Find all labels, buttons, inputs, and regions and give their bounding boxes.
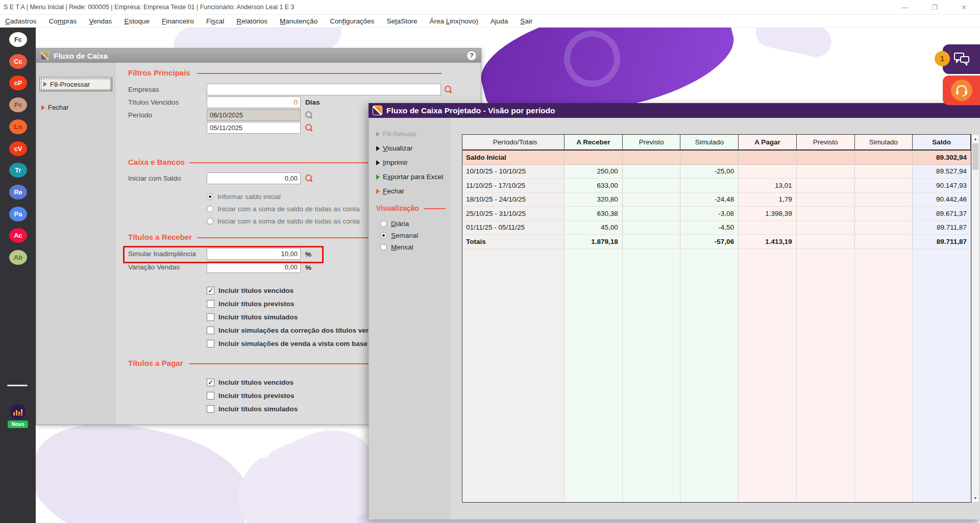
checkbox-incluir-titulos-vencidos[interactable]: Incluir títulos vencidos [207, 376, 298, 389]
variacao-vendas-input[interactable]: 0,00 [207, 261, 301, 273]
table-row-11-10-25-17-10-25[interactable]: 11/10/25 - 17/10/25633,0013,0190.147,93 [462, 179, 971, 193]
menu-item-sair[interactable]: Sair [520, 17, 532, 25]
menu-item-financeiro[interactable]: Financeiro [162, 17, 194, 25]
sidebar-icon-re[interactable]: Re [9, 185, 27, 200]
column-header-simulado[interactable]: Simulado [855, 135, 913, 150]
sidebar-icon-ab[interactable]: Ab [9, 250, 27, 265]
sidebar-icon-ln[interactable]: Ln [9, 119, 27, 134]
titulos-vencidos-input[interactable]: 0 [207, 96, 301, 108]
radio-iniciar-com-a-soma-de-saldo-de-todas-as-conta[interactable]: Iniciar com a soma de saldo de todas as … [207, 215, 359, 227]
iniciar-saldo-search-icon[interactable] [305, 175, 312, 181]
chat-widget[interactable]: 1 [943, 44, 980, 74]
menu-item-cadastros[interactable]: Cadastros [5, 17, 37, 25]
menu-item-relatorios[interactable]: Relatórios [236, 17, 267, 25]
checkbox-icon[interactable] [207, 287, 214, 294]
table-row-saldo-inicial[interactable]: Saldo Inicial89.302,94 [462, 151, 971, 165]
vertical-scrollbar[interactable]: ▲ ▼ [971, 134, 979, 503]
novo-chart-icon[interactable] [10, 404, 26, 419]
restore-icon[interactable]: ❐ [927, 2, 942, 13]
checkbox-incluir-titulos-simulados[interactable]: Incluir títulos simulados [207, 310, 370, 323]
menu-item-configuracoes[interactable]: Configurações [330, 17, 374, 25]
simular-inadimplencia-input[interactable]: 10,00 [207, 248, 301, 260]
menu-item-fiscal[interactable]: Fiscal [206, 17, 224, 25]
scroll-up-icon[interactable]: ▲ [972, 135, 979, 143]
checkbox-incluir-simulacoes-da-correcao-dos-titulos-ven[interactable]: Incluir simulações da correção dos títul… [207, 323, 370, 337]
help-button[interactable]: ? [467, 51, 477, 61]
radio-icon[interactable] [207, 206, 213, 212]
menu-item-ajuda[interactable]: Ajuda [491, 17, 508, 25]
sidebar-icon-ac[interactable]: Ac [9, 228, 27, 243]
menu-item-manutencao[interactable]: Manutenção [280, 17, 317, 25]
column-header-saldo[interactable]: Saldo [913, 135, 971, 150]
radio-icon[interactable] [207, 193, 213, 200]
empresas-input[interactable] [207, 84, 441, 95]
periodo-end-search-icon[interactable] [305, 124, 312, 131]
radio-icon[interactable] [380, 232, 387, 239]
iniciar-saldo-input[interactable]: 0,00 [207, 172, 301, 184]
radio-iniciar-com-a-soma-de-saldo-de-todas-as-conta[interactable]: Iniciar com a soma de saldo de todas as … [207, 203, 359, 215]
menu-item-compras[interactable]: Compras [49, 17, 77, 25]
table-row-01-11-25-05-11-25[interactable]: 01/11/25 - 05/11/2545,00-4,5089.711,87 [462, 221, 971, 235]
checkbox-icon[interactable] [207, 327, 214, 334]
chat-bubbles-icon [953, 52, 970, 66]
column-header-periodo-totais[interactable]: Período/Totais [462, 135, 565, 150]
menu-item-area-linx-novo[interactable]: Área Linx(novo) [429, 17, 478, 25]
menu-item-setastore[interactable]: SetaStore [386, 17, 417, 25]
radio-informar-saldo-inicial[interactable]: Informar saldo inicial [207, 190, 359, 203]
checkbox-incluir-titulos-vencidos[interactable]: Incluir títulos vencidos [207, 284, 370, 297]
sidebar-icon-pa[interactable]: Pa [9, 207, 27, 221]
checkbox-icon[interactable] [207, 300, 214, 308]
menu-visualizar[interactable]: Visualizar [376, 144, 413, 152]
periodo-end-input[interactable]: 05/11/2025 [207, 122, 301, 134]
menu-fechar[interactable]: Fechar [376, 187, 404, 195]
column-header-previsto[interactable]: Previsto [623, 135, 681, 150]
minimize-icon[interactable]: — [897, 2, 913, 13]
periodo-start-search-icon[interactable] [305, 111, 312, 118]
menu-item-vendas[interactable]: Vendas [89, 17, 112, 25]
column-header-simulado[interactable]: Simulado [680, 135, 739, 150]
radio-icon[interactable] [380, 244, 387, 251]
checkbox-icon[interactable] [207, 340, 214, 347]
sidebar-icon-pc[interactable]: Pc [9, 97, 27, 112]
radio-diaria[interactable]: Diária [380, 218, 418, 230]
table-row-10-10-25-10-10-25[interactable]: 10/10/25 - 10/10/25250,00-25,0089.527,94 [462, 165, 971, 179]
table-row-25-10-25-31-10-25[interactable]: 25/10/25 - 31/10/25630,38-3,081.398,3989… [462, 207, 971, 221]
checkbox-incluir-titulos-previstos[interactable]: Incluir títulos previstos [207, 297, 370, 310]
cell-saldo-inicial-previsto [623, 151, 681, 165]
periodo-start-input[interactable]: 06/10/2025 [207, 109, 301, 121]
sidebar-icon-cc[interactable]: Cc [9, 54, 27, 69]
fechar-button[interactable]: Fechar [41, 104, 68, 111]
checkbox-incluir-titulos-previstos[interactable]: Incluir títulos previstos [207, 389, 298, 402]
column-header-previsto[interactable]: Previsto [797, 135, 855, 150]
checkbox-icon[interactable] [207, 392, 214, 400]
cashflow-table[interactable]: Período/TotaisA ReceberPrevistoSimuladoA… [462, 134, 971, 503]
column-header-a-receber[interactable]: A Receber [565, 135, 623, 150]
sidebar-icon-tr[interactable]: Tr [9, 163, 27, 178]
column-header-a-pagar[interactable]: A Pagar [739, 135, 797, 150]
radio-mensal[interactable]: Mensal [380, 241, 418, 253]
scroll-thumb[interactable] [972, 143, 978, 170]
sidebar-icon-fc[interactable]: Fc [9, 32, 27, 47]
window2-titlebar[interactable]: Fluxo de Caixa Projetado - Visão por per… [369, 103, 980, 118]
checkbox-icon[interactable] [207, 405, 214, 413]
radio-semanal[interactable]: Semanal [380, 230, 418, 241]
sidebar-icon-cv[interactable]: cV [9, 141, 27, 156]
window1-titlebar[interactable]: Fluxo de Caixa ? [36, 48, 481, 63]
scroll-down-icon[interactable]: ▼ [972, 494, 979, 502]
empresas-search-icon[interactable] [445, 86, 451, 92]
table-row-totais[interactable]: Totais1.879,18-57,061.413,1989.711,87 [462, 235, 971, 249]
checkbox-incluir-simulacoes-de-venda-a-vista-com-base[interactable]: Incluir simulações de venda a vista com … [207, 337, 370, 350]
support-widget[interactable] [943, 76, 980, 105]
table-row-18-10-25-24-10-25[interactable]: 18/10/25 - 24/10/25320,80-24,481,7990.44… [462, 193, 971, 207]
processar-button[interactable]: F8-Processar [39, 77, 112, 91]
sidebar-icon-cp[interactable]: cP [9, 76, 27, 90]
checkbox-icon[interactable] [207, 379, 214, 386]
checkbox-icon[interactable] [207, 313, 214, 321]
menu-item-estoque[interactable]: Estoque [124, 17, 150, 25]
menu-exportar-para-excel[interactable]: Exportar para Excel [376, 173, 444, 181]
radio-icon[interactable] [380, 220, 387, 227]
menu-imprimir[interactable]: Imprimir [376, 159, 408, 166]
close-icon[interactable]: ✕ [957, 2, 972, 13]
checkbox-incluir-titulos-simulados[interactable]: Incluir títulos simulados [207, 402, 298, 415]
radio-icon[interactable] [207, 218, 213, 225]
